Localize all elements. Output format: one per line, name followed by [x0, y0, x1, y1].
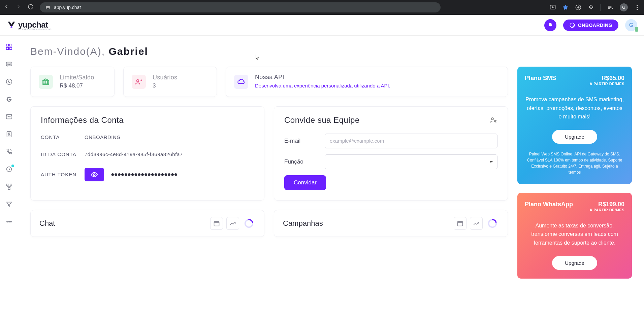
svg-rect-33: [214, 221, 219, 226]
separator: [601, 4, 601, 11]
stat-card-users: Usuários 3: [123, 67, 217, 97]
back-icon[interactable]: [3, 4, 9, 11]
stat-api-desc: Desenvolva uma experiência personalizada…: [255, 82, 390, 90]
sidebar-item-email[interactable]: [5, 113, 13, 120]
sidebar-item-dashboard[interactable]: [5, 43, 13, 50]
welcome-prefix: Bem-Vindo(A),: [30, 46, 109, 57]
campaigns-trend-button[interactable]: [470, 217, 483, 230]
lbl-email: E-mail: [284, 138, 318, 144]
sidebar-item-contacts[interactable]: [5, 131, 13, 138]
sidebar-item-voice[interactable]: [5, 148, 13, 155]
stat-users-value: 3: [153, 82, 177, 89]
svg-point-20: [8, 133, 10, 135]
email-input[interactable]: [325, 134, 497, 148]
svg-point-17: [6, 79, 12, 85]
app-header: yupchat BUSINESS COMMUNICATIONS ONBOARDI…: [0, 15, 644, 36]
promo-wa-price: R$199,00: [590, 201, 624, 208]
token-masked: ●●●●●●●●●●●●●●●●●●●●: [111, 171, 177, 178]
sidebar-item-google[interactable]: [5, 96, 13, 103]
menu-icon[interactable]: [634, 4, 641, 11]
user-avatar[interactable]: G: [625, 19, 637, 31]
reload-icon[interactable]: [28, 4, 34, 11]
promo-sms-desc: Promova campanhas de SMS marketing, ofer…: [525, 95, 624, 121]
bookmark-star-icon[interactable]: [562, 4, 569, 11]
logo[interactable]: yupchat BUSINESS COMMUNICATIONS: [7, 20, 52, 30]
svg-point-26: [8, 221, 9, 222]
site-info-icon: [45, 5, 51, 10]
stat-card-api[interactable]: Nossa API Desenvolva uma experiência per…: [226, 67, 508, 97]
onboarding-pill[interactable]: ONBOARDING: [563, 20, 618, 31]
promo-wa-desc: Aumente as taxas de conversão, transform…: [525, 221, 624, 247]
svg-point-8: [637, 9, 638, 10]
media-icon[interactable]: [607, 4, 614, 11]
chat-trend-button[interactable]: [226, 217, 239, 230]
sidebar-item-flows[interactable]: [5, 183, 13, 190]
promo-sms-card: Plano SMS R$65,00 A PARTIR DE/MÊS Promov…: [517, 67, 632, 184]
url-text: app.yup.chat: [54, 5, 81, 10]
lbl-conta: CONTA: [41, 134, 85, 141]
svg-point-29: [137, 79, 139, 82]
profile-avatar[interactable]: G: [620, 3, 628, 11]
browser-chrome: app.yup.chat G: [0, 0, 644, 15]
notifications-button[interactable]: [544, 19, 556, 31]
svg-point-10: [573, 25, 574, 27]
svg-point-32: [494, 120, 496, 122]
new-tab-icon[interactable]: [575, 4, 582, 11]
stat-card-balance: Limite/Saldo R$ 48,07: [30, 67, 115, 97]
invite-team-card: Convide sua Equipe E-mail Função Convida…: [274, 106, 508, 201]
team-settings-icon[interactable]: [489, 116, 497, 124]
promo-wa-upgrade-button[interactable]: Upgrade: [552, 256, 597, 270]
val-conta: ONBOARDING: [85, 134, 254, 140]
stat-balance-value: R$ 48,07: [60, 82, 94, 89]
sidebar: SMS: [0, 36, 18, 323]
chat-panel: Chat: [30, 210, 264, 237]
sidebar-item-whatsapp[interactable]: [5, 78, 13, 85]
svg-point-27: [10, 221, 11, 222]
svg-rect-12: [9, 44, 11, 46]
lbl-account-id: ID DA CONTA: [41, 151, 85, 158]
svg-point-30: [93, 174, 95, 176]
promo-sms-per: A PARTIR DE/MÊS: [590, 82, 624, 86]
promo-whatsapp-card: Plano WhatsApp R$199,00 A PARTIR DE/MÊS …: [517, 193, 632, 279]
svg-rect-13: [6, 47, 8, 49]
campaigns-panel: Campanhas: [274, 210, 508, 237]
svg-point-2: [46, 7, 47, 7]
chat-calendar-button[interactable]: [210, 217, 223, 230]
logo-mark-icon: [7, 21, 16, 30]
address-bar[interactable]: app.yup.chat: [40, 2, 441, 12]
campaigns-calendar-button[interactable]: [454, 217, 466, 230]
chat-loading-icon: [243, 217, 255, 230]
val-account-id: 7dd3996c-4e8d-419a-985f-f369a826bfa7: [85, 151, 254, 157]
promo-sms-name: Plano SMS: [525, 75, 556, 82]
stat-balance-title: Limite/Saldo: [60, 74, 94, 81]
lbl-auth-token: AUTH TOKEN: [41, 171, 85, 178]
welcome-name: Gabriel: [109, 46, 148, 57]
svg-rect-23: [10, 184, 12, 186]
promo-wa-name: Plano WhatsApp: [525, 201, 573, 208]
onboarding-icon: [569, 22, 575, 28]
svg-rect-14: [9, 47, 11, 49]
sidebar-item-sms[interactable]: SMS: [5, 61, 13, 68]
campaigns-loading-icon: [486, 217, 499, 230]
eye-icon: [91, 171, 98, 178]
bank-icon: [39, 75, 53, 89]
logo-subtitle: BUSINESS COMMUNICATIONS: [18, 28, 52, 30]
promo-sms-upgrade-button[interactable]: Upgrade: [552, 130, 597, 144]
sidebar-item-insights[interactable]: [5, 166, 13, 173]
forward-icon[interactable]: [15, 4, 22, 11]
bell-icon: [547, 22, 553, 28]
extensions-icon[interactable]: [588, 4, 594, 11]
sidebar-item-filter[interactable]: [5, 201, 13, 208]
svg-rect-35: [458, 221, 463, 226]
install-app-icon[interactable]: [549, 4, 556, 11]
reveal-token-button[interactable]: [85, 168, 104, 181]
svg-point-9: [570, 23, 575, 28]
promo-wa-per: A PARTIR DE/MÊS: [590, 208, 624, 212]
campaigns-title: Campanhas: [283, 219, 323, 228]
invite-button[interactable]: Convidar: [284, 175, 326, 190]
promo-sms-price: R$65,00: [590, 75, 624, 82]
svg-rect-24: [8, 188, 10, 190]
sidebar-item-more[interactable]: [5, 218, 13, 225]
role-select[interactable]: [325, 154, 497, 169]
svg-text:SMS: SMS: [7, 63, 11, 65]
